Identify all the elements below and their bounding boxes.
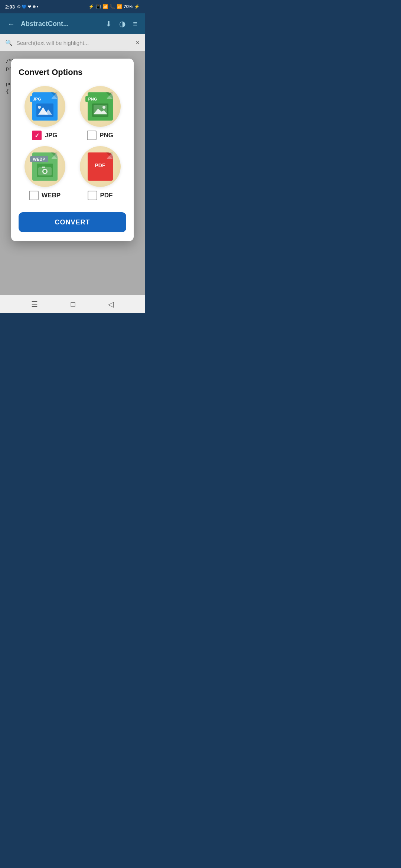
svg-point-11 [43,170,46,173]
nav-home-icon[interactable]: □ [71,300,75,309]
jpg-icon-circle[interactable]: JPG [25,86,65,127]
pdf-badge: PDF [95,162,105,168]
jpg-file-content [32,103,58,118]
convert-options-dialog: Convert Options JPG [11,59,134,241]
webp-format-item: WEBP WEBP [19,146,71,200]
download-button[interactable]: ⬇ [104,18,113,30]
pdf-fold [106,152,113,159]
pdf-icon-circle[interactable]: PDF [80,146,121,187]
webp-checkbox[interactable] [29,191,39,200]
search-placeholder[interactable]: Search(text will be highlight... [16,40,132,46]
search-close-button[interactable]: × [136,39,140,47]
vibrate-icon: 📳 [95,4,101,9]
svg-point-6 [102,106,105,109]
png-fold [106,92,113,99]
png-file-content [88,103,113,118]
jpg-label-row: JPG [32,131,57,140]
call-icon: 📞 [110,4,115,9]
notification-icons: ⊙💙❤⊛• [17,4,38,9]
pdf-format-item: PDF PDF [74,146,126,200]
theme-toggle-button[interactable]: ◑ [118,18,127,30]
toolbar-title: AbstractCont... [21,20,100,28]
time-display: 2:03 [5,4,15,10]
png-photo-svg [92,103,108,117]
png-label-row: PNG [87,131,113,140]
webp-label: WEBP [42,192,61,199]
app-toolbar: ← AbstractCont... ⬇ ◑ ≡ [0,13,145,34]
wifi-icon: 📶 [102,4,108,9]
dialog-overlay: Convert Options JPG [0,51,145,313]
png-icon-circle[interactable]: PNG [80,86,121,127]
png-format-item: PNG PNG [74,86,126,140]
back-button[interactable]: ← [6,18,16,30]
jpg-format-item: JPG JPG [19,86,71,140]
nav-back-icon[interactable]: ◁ [108,300,114,309]
pdf-label-row: PDF [88,191,113,200]
webp-camera-svg [37,164,53,177]
battery-display: 70% [124,4,133,9]
charging-icon: ⚡ [134,4,140,9]
svg-rect-12 [42,167,45,168]
webp-file-content [32,164,58,178]
jpg-mountain-svg [36,103,53,117]
webp-badge: WEBP [30,156,48,162]
pdf-badge-box: PDF [90,161,111,170]
jpg-file-icon: JPG [32,92,58,121]
webp-file-icon: WEBP [32,152,58,181]
dialog-title: Convert Options [19,68,126,77]
status-system-icons: ⚡ 📳 📶 📞 📶 70% ⚡ [88,4,140,9]
png-badge: PNG [85,96,100,102]
pdf-checkbox[interactable] [88,191,97,200]
status-bar: 2:03 ⊙💙❤⊛• ⚡ 📳 📶 📞 📶 70% ⚡ [0,0,145,13]
pdf-label: PDF [100,192,113,199]
pdf-file-icon: PDF [88,152,113,181]
webp-icon-circle[interactable]: WEBP [25,146,65,187]
png-label: PNG [100,132,113,139]
jpg-checkbox[interactable] [32,131,42,140]
webp-fold [51,152,58,159]
svg-point-3 [38,106,41,109]
webp-label-row: WEBP [29,191,61,200]
search-icon: 🔍 [5,39,13,46]
menu-button[interactable]: ≡ [131,18,139,30]
jpg-fold [51,92,58,99]
convert-button[interactable]: CONVERT [19,212,126,232]
png-file-icon: PNG [88,92,113,121]
status-time-area: 2:03 ⊙💙❤⊛• [5,4,38,10]
png-checkbox[interactable] [87,131,97,140]
jpg-badge: JPG [30,96,44,102]
bottom-nav: ☰ □ ◁ [0,295,145,313]
signal-icon: 📶 [117,4,122,9]
jpg-label: JPG [45,132,57,139]
nav-menu-icon[interactable]: ☰ [31,300,38,309]
format-grid: JPG JPG [19,86,126,200]
search-bar: 🔍 Search(text will be highlight... × [0,34,145,51]
bluetooth-icon: ⚡ [88,4,94,9]
